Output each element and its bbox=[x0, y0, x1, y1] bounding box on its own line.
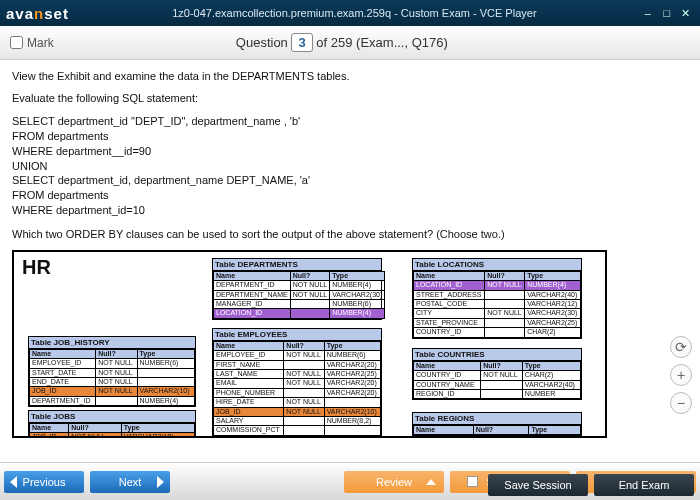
review-button[interactable]: Review bbox=[344, 471, 444, 493]
logo: avanset bbox=[6, 5, 69, 22]
question-eval: Evaluate the following SQL statement: bbox=[12, 92, 688, 104]
question-ask: Which two ORDER BY clauses can be used t… bbox=[12, 228, 688, 240]
mark-input[interactable] bbox=[10, 36, 23, 49]
zoom-in-icon[interactable]: + bbox=[670, 364, 692, 386]
question-intro: View the Exhibit and examine the data in… bbox=[12, 70, 688, 82]
question-counter: Question 3 of 259 (Exam..., Q176) bbox=[54, 33, 630, 52]
question-content: View the Exhibit and examine the data in… bbox=[0, 60, 700, 462]
save-session-button[interactable]: Save Session bbox=[488, 474, 588, 496]
zoom-controls: ⟳ + − bbox=[670, 336, 692, 414]
table-locations: Table LOCATIONS NameNull?Type LOCATION_I… bbox=[412, 258, 582, 339]
checkbox-icon bbox=[467, 476, 478, 487]
maximize-icon[interactable]: □ bbox=[659, 7, 675, 19]
table-job-history: Table JOB_HISTORY NameNull?Type EMPLOYEE… bbox=[28, 336, 196, 407]
mark-checkbox[interactable]: Mark bbox=[10, 36, 54, 50]
sql-block: SELECT department_id "DEPT_ID", departme… bbox=[12, 114, 688, 218]
end-exam-button[interactable]: End Exam bbox=[594, 474, 694, 496]
previous-button[interactable]: Previous bbox=[4, 471, 84, 493]
close-icon[interactable]: ✕ bbox=[678, 7, 694, 20]
titlebar: avanset 1z0-047.examcollection.premium.e… bbox=[0, 0, 700, 26]
minimize-icon[interactable]: – bbox=[640, 7, 656, 19]
question-bar: Mark Question 3 of 259 (Exam..., Q176) bbox=[0, 26, 700, 60]
schema-label: HR bbox=[22, 256, 51, 279]
window-title: 1z0-047.examcollection.premium.exam.259q… bbox=[172, 7, 536, 19]
table-jobs: Table JOBS NameNull?Type JOB_IDNOT NULLV… bbox=[28, 410, 196, 438]
table-employees: Table EMPLOYEES NameNull?Type EMPLOYEE_I… bbox=[212, 328, 382, 438]
next-button[interactable]: Next bbox=[90, 471, 170, 493]
exhibit-diagram: HR Table DEPARTMENTS NameNull?Type DEPAR… bbox=[12, 250, 607, 438]
table-regions: Table REGIONS NameNull?Type bbox=[412, 412, 582, 436]
window-controls: – □ ✕ bbox=[640, 7, 694, 20]
zoom-reset-icon[interactable]: ⟳ bbox=[670, 336, 692, 358]
table-countries: Table COUNTRIES NameNull?Type COUNTRY_ID… bbox=[412, 348, 582, 401]
question-number: 3 bbox=[291, 33, 312, 52]
mark-label: Mark bbox=[27, 36, 54, 50]
zoom-out-icon[interactable]: − bbox=[670, 392, 692, 414]
table-departments: Table DEPARTMENTS NameNull?Type DEPARTME… bbox=[212, 258, 382, 320]
